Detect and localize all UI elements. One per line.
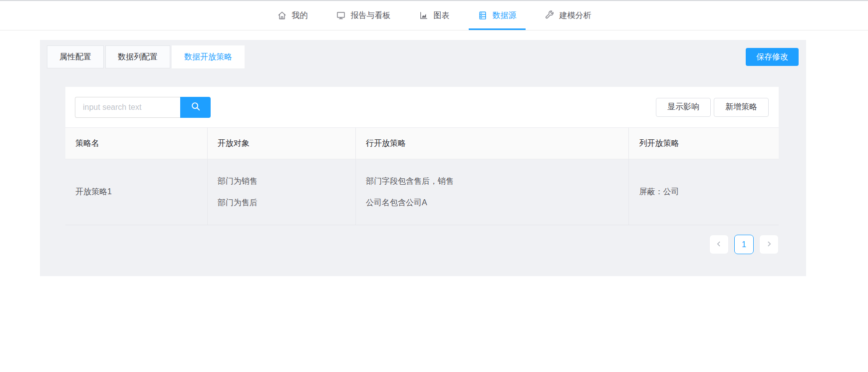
- nav-item-label: 图表: [434, 10, 450, 21]
- nav-item-label: 建模分析: [560, 10, 591, 21]
- nav-item-my[interactable]: 我的: [276, 1, 309, 30]
- nav-item-datasources[interactable]: 数据源: [477, 1, 518, 30]
- cell-policy-name: 开放策略1: [65, 159, 207, 225]
- add-policy-button[interactable]: 新增策略: [714, 98, 769, 117]
- column-header-row-policy: 行开放策略: [356, 128, 629, 159]
- main-panel: 属性配置 数据列配置 数据开放策略 保存修改 显示影响 新增策略: [40, 40, 806, 276]
- tab-data-column-config[interactable]: 数据列配置: [105, 45, 170, 68]
- row-policy-item: 公司名包含公司A: [366, 198, 618, 208]
- nav-item-label: 我的: [292, 10, 308, 21]
- nav-item-label: 数据源: [493, 10, 517, 21]
- search-button[interactable]: [180, 97, 211, 118]
- chevron-right-icon: [766, 240, 772, 249]
- monitor-icon: [336, 10, 346, 20]
- pagination-prev-button[interactable]: [709, 235, 729, 254]
- nav-item-charts[interactable]: 图表: [418, 1, 451, 30]
- nav-item-reports-dashboards[interactable]: 报告与看板: [335, 1, 392, 30]
- open-target-item: 部门为售后: [218, 198, 345, 208]
- pagination: 1: [709, 235, 779, 254]
- tab-property-config[interactable]: 属性配置: [47, 45, 104, 68]
- cell-column-policy: 屏蔽：公司: [629, 159, 779, 225]
- table-header-row: 策略名 开放对象 行开放策略 列开放策略: [65, 128, 779, 159]
- cell-row-policies: 部门字段包含售后，销售 公司名包含公司A: [356, 159, 629, 225]
- cell-open-targets: 部门为销售 部门为售后: [207, 159, 355, 225]
- table-row[interactable]: 开放策略1 部门为销售 部门为售后 部门字段包含售后，销售 公司名包含公司A: [65, 159, 779, 225]
- column-header-column-policy: 列开放策略: [629, 128, 779, 159]
- chevron-left-icon: [716, 240, 722, 249]
- open-target-item: 部门为销售: [218, 176, 345, 187]
- database-icon: [478, 10, 488, 20]
- save-changes-button[interactable]: 保存修改: [746, 48, 799, 66]
- policy-toolbar: 显示影响 新增策略: [65, 87, 779, 127]
- top-navigation: 我的 报告与看板 图表 数据源 建模分析: [0, 1, 868, 30]
- wrench-icon: [545, 10, 555, 20]
- policy-table: 策略名 开放对象 行开放策略 列开放策略 开放策略1 部门为销售 部门为售后: [65, 127, 779, 225]
- pagination-page-1-button[interactable]: 1: [734, 235, 754, 254]
- area-chart-icon: [419, 10, 429, 20]
- config-tabs: 属性配置 数据列配置 数据开放策略: [47, 45, 245, 68]
- toolbar-actions: 显示影响 新增策略: [656, 98, 769, 117]
- nav-item-modeling[interactable]: 建模分析: [544, 1, 592, 30]
- row-policy-item: 部门字段包含售后，销售: [366, 176, 618, 187]
- show-impact-button[interactable]: 显示影响: [656, 98, 711, 117]
- policy-card: 显示影响 新增策略 策略名 开放对象 行开放策略 列开放策略 开放策略1: [65, 87, 779, 225]
- nav-item-label: 报告与看板: [351, 10, 391, 21]
- column-header-policy-name: 策略名: [65, 128, 207, 159]
- pagination-next-button[interactable]: [759, 235, 779, 254]
- tab-data-open-policy[interactable]: 数据开放策略: [172, 45, 245, 68]
- search-group: [75, 97, 211, 118]
- column-header-open-target: 开放对象: [207, 128, 355, 159]
- search-icon: [190, 101, 201, 113]
- search-input[interactable]: [75, 97, 180, 118]
- home-icon: [277, 10, 287, 20]
